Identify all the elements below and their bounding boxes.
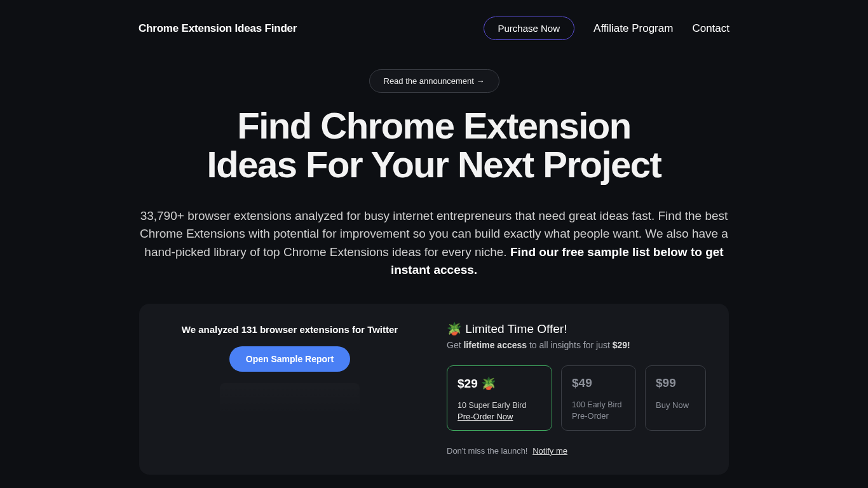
nav-contact[interactable]: Contact: [692, 22, 729, 35]
hero-subtitle: 33,790+ browser extensions analyzed for …: [139, 207, 729, 280]
sample-preview-placeholder: [220, 383, 360, 415]
notify-text: Don't miss the launch!: [447, 446, 528, 456]
offer-sub-bold1: lifetime access: [463, 340, 527, 350]
pricing-tier-99[interactable]: $99 Buy Now: [645, 365, 706, 431]
offer-subtitle: Get lifetime access to all insights for …: [447, 340, 710, 350]
offer-title: 🪴 Limited Time Offer!: [447, 322, 710, 336]
offer-sub-mid: to all insights for just: [527, 340, 613, 350]
offer-sub-prefix: Get: [447, 340, 463, 350]
pricing-column: 🪴 Limited Time Offer! Get lifetime acces…: [447, 322, 710, 456]
pricing-tiers: $29 🪴 10 Super Early Bird Pre-Order Now …: [447, 365, 710, 431]
header: Chrome Extension Ideas Finder Purchase N…: [0, 0, 868, 57]
pricing-tier-29[interactable]: $29 🪴 10 Super Early Bird Pre-Order Now: [447, 365, 552, 431]
tier-action: Pre-Order: [572, 411, 625, 421]
hero-section: Read the announcement → Find Chrome Exte…: [0, 57, 868, 280]
notify-row: Don't miss the launch! Notify me: [447, 446, 710, 456]
sample-report-column: We analyzed 131 browser extensions for T…: [158, 322, 421, 456]
hero-title-line2: Ideas For Your Next Project: [207, 144, 661, 185]
tier-action: Buy Now: [656, 400, 695, 410]
cta-panel: We analyzed 131 browser extensions for T…: [139, 304, 729, 475]
site-logo[interactable]: Chrome Extension Ideas Finder: [139, 22, 297, 35]
tier-price: $49: [572, 376, 625, 390]
announcement-link[interactable]: Read the announcement →: [369, 69, 499, 93]
tier-price: $99: [656, 376, 695, 390]
tier-availability: 10 Super Early Bird: [458, 401, 541, 410]
tier-price: $29 🪴: [458, 376, 541, 391]
hero-title: Find Chrome Extension Ideas For Your Nex…: [0, 107, 868, 184]
purchase-now-button[interactable]: Purchase Now: [484, 17, 575, 40]
nav-affiliate[interactable]: Affiliate Program: [593, 22, 673, 35]
pricing-tier-49[interactable]: $49 100 Early Bird Pre-Order: [561, 365, 636, 431]
tier-availability: 100 Early Bird: [572, 400, 625, 409]
analyzed-count-text: We analyzed 131 browser extensions for T…: [182, 324, 398, 335]
hero-title-line1: Find Chrome Extension: [237, 105, 630, 146]
tier-action: Pre-Order Now: [458, 412, 541, 421]
notify-me-link[interactable]: Notify me: [532, 446, 567, 456]
main-nav: Purchase Now Affiliate Program Contact: [484, 17, 730, 40]
open-sample-report-button[interactable]: Open Sample Report: [229, 346, 350, 372]
offer-sub-bold2: $29!: [613, 340, 630, 350]
